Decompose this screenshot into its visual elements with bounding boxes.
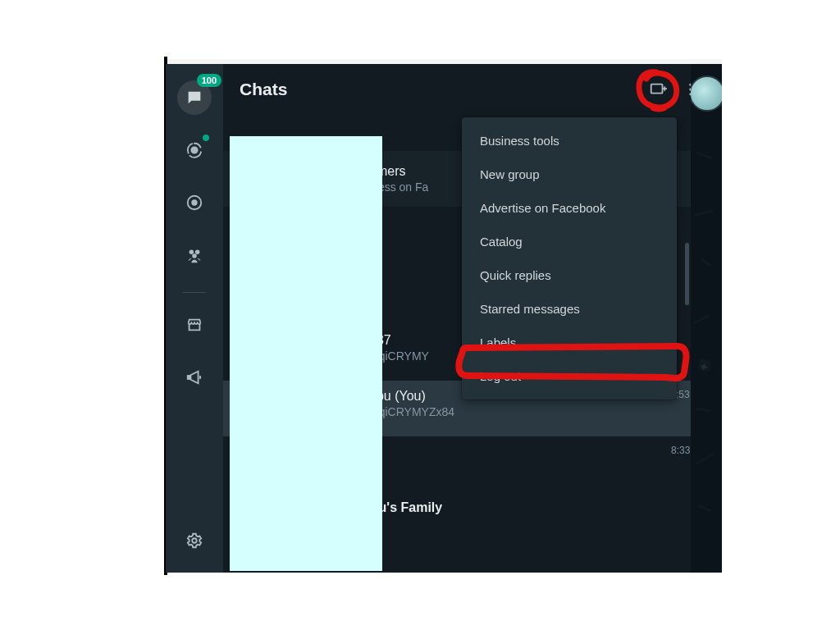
menu-starred-messages[interactable]: Starred messages [462,292,677,326]
menu-quick-replies[interactable]: Quick replies [462,258,677,292]
svg-point-7 [192,253,197,258]
menu-business-tools[interactable]: Business tools [462,124,677,158]
nav-channels[interactable] [177,185,212,220]
nav-chats[interactable]: 100 [177,80,212,115]
nav-divider [183,292,206,293]
gear-icon [185,532,203,550]
nav-business-tools[interactable] [177,308,212,342]
nav-status[interactable] [177,133,212,167]
status-icon [185,141,203,159]
storefront-icon [185,316,203,334]
new-chat-icon [648,80,668,98]
svg-point-8 [192,538,197,543]
megaphone-icon [185,368,203,386]
nav-communities[interactable] [177,238,212,272]
menu-labels[interactable]: Labels [462,326,677,359]
nav-settings[interactable] [177,523,212,558]
app-window: 100 Chats [166,64,722,573]
svg-point-2 [191,147,197,153]
chat-subtitle: e/qiCRYMYZx84 [369,405,659,418]
svg-rect-0 [190,94,198,96]
channels-icon [185,194,203,212]
more-options-menu: Business tools New group Advertise on Fa… [462,117,677,399]
nav-rail: 100 [166,64,223,573]
chat-icon [185,89,203,107]
unread-badge: 100 [197,74,221,87]
new-chat-button[interactable] [643,75,673,104]
menu-catalog[interactable]: Catalog [462,225,677,258]
status-dot [203,135,209,141]
scrollbar-thumb[interactable] [685,243,689,305]
conversation-pane-sliver: ✦ [691,64,722,573]
svg-point-4 [192,200,197,205]
communities-icon [185,246,204,264]
panel-header: Chats [223,64,722,115]
svg-rect-9 [651,84,663,94]
svg-point-6 [195,250,200,255]
menu-new-group[interactable]: New group [462,158,677,191]
avatar[interactable] [691,75,722,112]
nav-advertise[interactable] [177,360,212,395]
doodle-background: ✦ [691,121,722,573]
page-title: Chats [240,80,640,99]
menu-log-out[interactable]: Log out [462,359,677,393]
menu-advertise-on-facebook[interactable]: Advertise on Facebook [462,191,677,225]
svg-rect-1 [190,97,195,98]
svg-point-5 [189,250,194,255]
redaction-overlay [230,136,382,571]
